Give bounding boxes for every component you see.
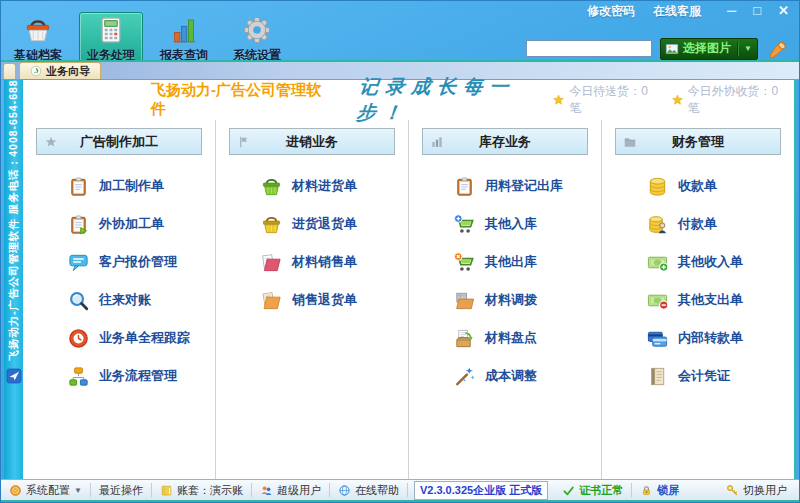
current-user-status: 超级用户 — [252, 483, 330, 497]
horn-icon[interactable] — [766, 36, 791, 61]
menu-list: 材料进货单 进货退货单 材料销售单 销售退货单 — [216, 167, 408, 319]
stocktake-box-icon — [453, 327, 476, 350]
menu-item-label: 其他入库 — [485, 215, 537, 233]
menu-item-label: 材料盘点 — [485, 329, 537, 347]
coins-icon — [646, 175, 669, 198]
menu-item-material-issue[interactable]: 用料登记出库 — [453, 167, 601, 205]
system-config-label: 系统配置 — [26, 483, 70, 498]
clipboard-icon — [67, 175, 90, 198]
select-image-button[interactable]: 选择图片 ▼ — [660, 38, 758, 60]
stat-outsource-receipt: 今日外协收货：0 笔 — [671, 83, 786, 117]
lock-icon — [640, 484, 653, 497]
menu-item-label: 收款单 — [678, 177, 717, 195]
flowchart-icon — [67, 365, 90, 388]
lock-screen-label: 锁屏 — [657, 483, 679, 498]
menu-item-label: 材料销售单 — [292, 253, 357, 271]
magic-wand-icon — [453, 365, 476, 388]
window-controls: ─ □ ✕ — [727, 4, 789, 18]
menu-item-other-inbound[interactable]: 其他入库 — [453, 205, 601, 243]
tab-business-guide[interactable]: 业务向导 — [19, 62, 101, 79]
menu-item-stocktake[interactable]: 材料盘点 — [453, 319, 601, 357]
system-config-button[interactable]: 系统配置 ▼ — [1, 483, 91, 497]
image-path-input[interactable] — [526, 40, 652, 57]
close-button[interactable]: ✕ — [778, 4, 789, 18]
lock-screen-button[interactable]: 锁屏 — [632, 483, 687, 497]
chevron-down-icon[interactable]: ▼ — [743, 44, 753, 53]
recent-operations-label: 最近操作 — [99, 483, 143, 498]
online-support-link[interactable]: 在线客服 — [653, 3, 701, 20]
menu-item-other-outbound[interactable]: 其他出库 — [453, 243, 601, 281]
column-purchase-sale: 进销业务 材料进货单 进货退货单 材料销售单 销售退货单 — [216, 120, 409, 479]
brand-slogan: 记录成长每一步！ — [355, 74, 555, 126]
recent-operations-button[interactable]: 最近操作 — [91, 483, 152, 497]
menu-item-cost-adjust[interactable]: 成本调整 — [453, 357, 601, 395]
menu-item-label: 用料登记出库 — [485, 177, 563, 195]
switch-user-button[interactable]: 切换用户 — [718, 483, 795, 497]
toolbar-button-report-query[interactable]: 报表查询 — [152, 12, 216, 67]
key-icon — [726, 484, 739, 497]
maximize-button[interactable]: □ — [753, 4, 761, 18]
column-header: 广告制作加工 — [36, 128, 202, 155]
menu-item-label: 会计凭证 — [678, 367, 730, 385]
menu-item-other-income[interactable]: 其他收入单 — [646, 243, 794, 281]
star-icon — [671, 93, 684, 107]
menu-list: 加工制作单 外协加工单 客户报价管理 往来对账 业务单全程跟踪 业务流程管理 — [23, 167, 215, 395]
toolbar-button-system-settings[interactable]: 系统设置 — [225, 12, 289, 67]
star-icon — [552, 93, 565, 107]
column-title: 库存业务 — [479, 133, 531, 151]
menu-item-label: 业务单全程跟踪 — [99, 329, 190, 347]
online-help-label: 在线帮助 — [355, 483, 399, 498]
chevron-down-icon: ▼ — [74, 486, 82, 495]
menu-item-reconciliation[interactable]: 往来对账 — [67, 281, 215, 319]
certificate-status: 证书正常 — [554, 483, 632, 497]
stat-pending-delivery: 今日待送货：0 笔 — [552, 83, 656, 117]
minimize-button[interactable]: ─ — [727, 4, 736, 18]
current-user-label: 超级用户 — [277, 483, 321, 498]
menu-item-sale-return[interactable]: 销售退货单 — [260, 281, 408, 319]
column-title: 财务管理 — [672, 133, 724, 151]
menu-item-label: 进货退货单 — [292, 215, 357, 233]
basket-icon — [23, 15, 53, 45]
menu-item-workflow[interactable]: 业务流程管理 — [67, 357, 215, 395]
certificate-label: 证书正常 — [579, 483, 623, 498]
change-password-link[interactable]: 修改密码 — [587, 3, 635, 20]
menu-item-label: 销售退货单 — [292, 291, 357, 309]
menu-item-label: 业务流程管理 — [99, 367, 177, 385]
menu-item-accounting-voucher[interactable]: 会计凭证 — [646, 357, 794, 395]
menu-item-material-purchase[interactable]: 材料进货单 — [260, 167, 408, 205]
banknote-plus-icon — [646, 251, 669, 274]
menu-item-processing-order[interactable]: 加工制作单 — [67, 167, 215, 205]
menu-item-payment[interactable]: 付款单 — [646, 205, 794, 243]
menu-item-internal-transfer[interactable]: 内部转款单 — [646, 319, 794, 357]
menu-item-receipt[interactable]: 收款单 — [646, 167, 794, 205]
return-folder-icon — [260, 289, 283, 312]
transfer-folder-icon — [453, 289, 476, 312]
menu-item-label: 成本调整 — [485, 367, 537, 385]
toolbar-button-base-archives[interactable]: 基础档案 — [6, 12, 70, 67]
column-title: 广告制作加工 — [80, 133, 158, 151]
image-icon — [665, 42, 679, 56]
toolbar-button-business-processing[interactable]: 业务处理 — [79, 12, 143, 67]
menu-item-label: 外协加工单 — [99, 215, 164, 233]
menu-item-other-expense[interactable]: 其他支出单 — [646, 281, 794, 319]
menu-item-material-sale[interactable]: 材料销售单 — [260, 243, 408, 281]
column-inventory: 库存业务 用料登记出库 其他入库 其他出库 材料调拨 材料盘点 成本调整 — [409, 120, 602, 479]
version-badge: V2.3.0.325企业版 正式版 — [414, 481, 548, 500]
menu-item-material-transfer[interactable]: 材料调拨 — [453, 281, 601, 319]
menu-item-customer-quote[interactable]: 客户报价管理 — [67, 243, 215, 281]
bar-chart-icon — [169, 15, 199, 45]
status-bar: 系统配置 ▼ 最近操作 账套：演示账 超级用户 在线帮助 V2.3.0.325企… — [1, 479, 799, 502]
content-panel: 飞扬动力-广告公司管理软件 记录成长每一步！ 今日待送货：0 笔 今日外协收货：… — [23, 80, 796, 479]
ledger-icon — [646, 365, 669, 388]
left-brand-strip: 飞扬动力-广告公司管理软件 服务电话：4008-654-688 — [4, 80, 23, 479]
menu-item-purchase-return[interactable]: 进货退货单 — [260, 205, 408, 243]
menu-item-outsource-order[interactable]: 外协加工单 — [67, 205, 215, 243]
column-header: 财务管理 — [615, 128, 781, 155]
wizard-columns: 广告制作加工 加工制作单 外协加工单 客户报价管理 往来对账 业务单全程跟踪 业… — [23, 120, 794, 479]
menu-item-label: 其他出库 — [485, 253, 537, 271]
menu-item-label: 加工制作单 — [99, 177, 164, 195]
tab-label: 业务向导 — [46, 64, 90, 79]
online-help-button[interactable]: 在线帮助 — [330, 483, 408, 497]
menu-item-order-tracking[interactable]: 业务单全程跟踪 — [67, 319, 215, 357]
magnifier-icon — [67, 289, 90, 312]
